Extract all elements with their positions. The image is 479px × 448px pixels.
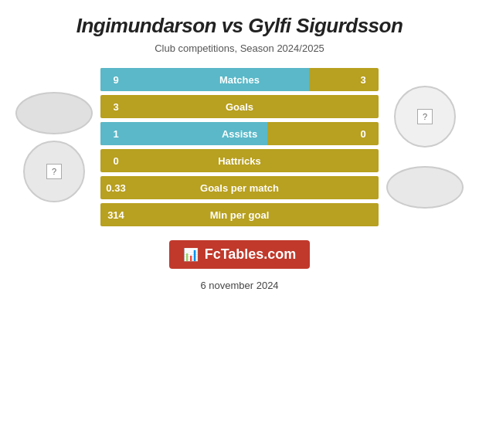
logo-chart-icon: 📊 (183, 247, 199, 262)
stat-label: Min per goal (131, 209, 348, 221)
stat-right-value: 3 (348, 74, 379, 86)
comparison-area: ? 9Matches33Goals1Assists00Hattricks0.33… (8, 68, 471, 226)
player-right-top-avatar: ? (394, 86, 456, 148)
player-right-avatar (386, 166, 464, 209)
player-left-question-icon: ? (46, 164, 62, 179)
stat-left-value: 1 (100, 128, 131, 140)
stat-row: 0.33Goals per match (100, 176, 379, 199)
logo-text: FcTables.com (205, 246, 297, 263)
stat-left-value: 0.33 (100, 182, 131, 194)
player-left: ? (8, 92, 100, 202)
page-title: Ingimundarson vs Gylfi Sigurdsson (76, 14, 403, 38)
stat-left-value: 3 (100, 101, 131, 113)
stat-row: 3Goals (100, 95, 379, 118)
stat-left-value: 0 (100, 155, 131, 167)
logo-box: 📊 FcTables.com (169, 240, 311, 269)
player-left-top-avatar (15, 92, 93, 134)
stat-row: 1Assists0 (100, 122, 379, 145)
stat-row: 314Min per goal (100, 203, 379, 226)
stat-label: Matches (131, 74, 348, 86)
player-left-avatar: ? (23, 141, 85, 202)
stat-label: Goals per match (131, 182, 348, 194)
stat-label: Assists (131, 128, 348, 140)
stat-left-value: 314 (100, 209, 131, 221)
player-right-question-icon-top: ? (417, 109, 433, 124)
subtitle: Club competitions, Season 2024/2025 (155, 42, 324, 54)
stat-left-value: 9 (100, 74, 131, 86)
date-label: 6 november 2024 (200, 280, 278, 291)
stat-row: 9Matches3 (100, 68, 379, 91)
stat-right-value: 0 (348, 128, 379, 140)
logo-area: 📊 FcTables.com (169, 240, 311, 269)
stat-label: Hattricks (131, 155, 348, 167)
stats-table: 9Matches33Goals1Assists00Hattricks0.33Go… (100, 68, 379, 226)
stat-row: 0Hattricks (100, 149, 379, 172)
player-right: ? (379, 86, 471, 209)
page: Ingimundarson vs Gylfi Sigurdsson Club c… (0, 0, 479, 448)
stat-label: Goals (131, 101, 348, 113)
